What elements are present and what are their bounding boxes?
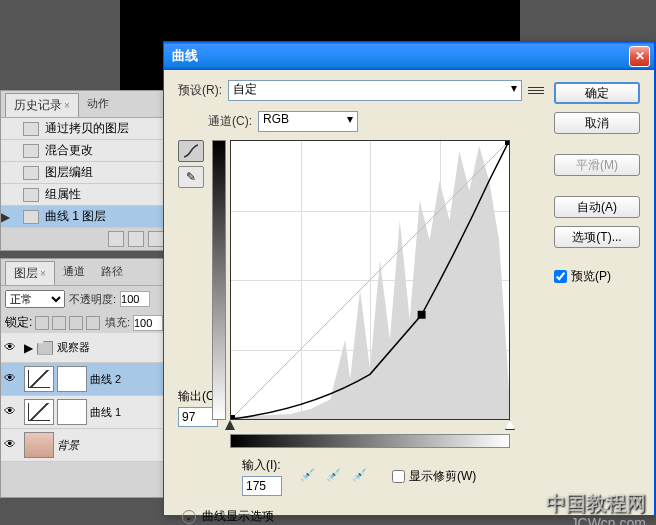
white-point-eyedropper-icon[interactable]: 💉: [352, 468, 372, 486]
pencil-tool-button[interactable]: ✎: [178, 166, 204, 188]
svg-line-0: [231, 141, 509, 419]
history-item[interactable]: 图层编组: [1, 162, 167, 184]
layers-panel: 图层× 通道 路径 正常 不透明度: 锁定: 填充: 👁 ▶ 观察器 👁 曲线 …: [0, 258, 168, 498]
lock-transparency-icon[interactable]: [35, 316, 49, 330]
layer-item[interactable]: 👁 曲线 2: [1, 363, 167, 396]
input-label: 输入(I):: [242, 457, 282, 474]
mask-thumbnail[interactable]: [57, 399, 87, 425]
mask-thumbnail[interactable]: [57, 366, 87, 392]
channel-label: 通道(C):: [208, 113, 252, 130]
preset-select[interactable]: 自定▾: [228, 80, 522, 101]
history-item[interactable]: 混合更改: [1, 140, 167, 162]
curve-tool-button[interactable]: [178, 140, 204, 162]
close-button[interactable]: ✕: [629, 46, 650, 67]
input-gradient: [230, 434, 510, 448]
tab-actions[interactable]: 动作: [79, 93, 117, 117]
opacity-input[interactable]: [120, 291, 150, 307]
watermark: 中国教程网: [546, 490, 646, 517]
layer-item[interactable]: 👁 背景: [1, 429, 167, 462]
watermark-url: JCWcn.com: [571, 515, 646, 525]
svg-rect-1: [231, 415, 235, 419]
preview-checkbox[interactable]: 预览(P): [554, 268, 640, 285]
history-panel: 历史记录× 动作 通过拷贝的图层 混合更改 图层编组 组属性 ▶曲线 1 图层: [0, 90, 168, 251]
options-button[interactable]: 选项(T)...: [554, 226, 640, 248]
black-point-eyedropper-icon[interactable]: 💉: [300, 468, 320, 486]
visibility-icon[interactable]: 👁: [4, 437, 20, 453]
expand-options-icon[interactable]: ⌄: [182, 510, 196, 524]
ok-button[interactable]: 确定: [554, 82, 640, 104]
tab-history[interactable]: 历史记录×: [5, 93, 79, 117]
history-item[interactable]: ▶曲线 1 图层: [1, 206, 167, 228]
curve-line: [231, 141, 509, 419]
history-item[interactable]: 组属性: [1, 184, 167, 206]
smooth-button[interactable]: 平滑(M): [554, 154, 640, 176]
preset-menu-icon[interactable]: [528, 85, 544, 97]
layer-thumbnail[interactable]: [24, 432, 54, 458]
opacity-label: 不透明度:: [69, 292, 116, 307]
input-slider[interactable]: [230, 420, 510, 430]
visibility-icon[interactable]: 👁: [4, 371, 20, 387]
dialog-title: 曲线: [168, 47, 629, 65]
new-document-icon[interactable]: [128, 231, 144, 247]
lock-label: 锁定:: [5, 314, 32, 331]
show-clipping-checkbox[interactable]: 显示修剪(W): [392, 468, 476, 485]
visibility-icon[interactable]: 👁: [4, 404, 20, 420]
visibility-icon[interactable]: 👁: [4, 340, 20, 356]
lock-position-icon[interactable]: [69, 316, 83, 330]
output-gradient: [212, 140, 226, 420]
control-point: [418, 311, 426, 319]
lock-pixels-icon[interactable]: [52, 316, 66, 330]
layer-thumbnail[interactable]: [24, 366, 54, 392]
preset-label: 预设(R):: [178, 82, 222, 99]
titlebar[interactable]: 曲线 ✕: [164, 42, 654, 70]
fill-input[interactable]: [133, 315, 163, 331]
curves-dialog: 曲线 ✕ 预设(R): 自定▾ 通道(C): RGB▾ ✎: [163, 41, 655, 516]
expand-label: 曲线显示选项: [202, 508, 274, 525]
blend-mode-select[interactable]: 正常: [5, 290, 65, 308]
history-item[interactable]: 通过拷贝的图层: [1, 118, 167, 140]
gray-point-eyedropper-icon[interactable]: 💉: [326, 468, 346, 486]
folder-icon: [37, 341, 53, 355]
auto-button[interactable]: 自动(A): [554, 196, 640, 218]
tab-paths[interactable]: 路径: [93, 261, 131, 285]
curve-grid[interactable]: [230, 140, 510, 420]
tab-channels[interactable]: 通道: [55, 261, 93, 285]
fill-label: 填充:: [105, 315, 130, 330]
layer-item[interactable]: 👁 曲线 1: [1, 396, 167, 429]
layer-item[interactable]: 👁 ▶ 观察器: [1, 333, 167, 363]
cancel-button[interactable]: 取消: [554, 112, 640, 134]
channel-select[interactable]: RGB▾: [258, 111, 358, 132]
lock-all-icon[interactable]: [86, 316, 100, 330]
svg-rect-2: [505, 141, 509, 145]
input-input[interactable]: [242, 476, 282, 496]
layer-thumbnail[interactable]: [24, 399, 54, 425]
new-snapshot-icon[interactable]: [108, 231, 124, 247]
tab-layers[interactable]: 图层×: [5, 261, 55, 285]
delete-icon[interactable]: [148, 231, 164, 247]
